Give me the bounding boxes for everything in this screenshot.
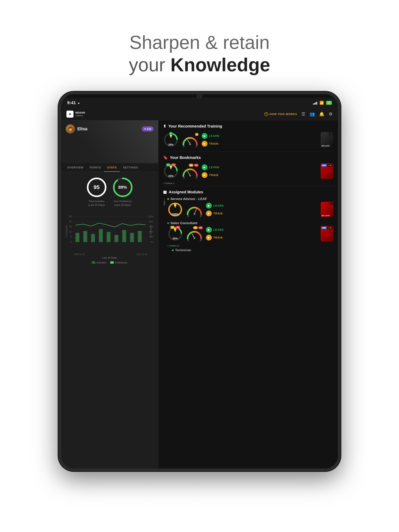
- total-activities-gauge: 95: [86, 177, 107, 198]
- chevron-left-icon: ‹: [164, 197, 165, 201]
- svg-text:6: 6: [70, 235, 72, 238]
- nav-tabs: Overview Points Stats Settings: [61, 163, 158, 172]
- leaf-train-gauge: @ @: [186, 202, 203, 217]
- chart-legend: Activities Proficiency: [64, 261, 155, 264]
- svg-point-45: [189, 175, 191, 177]
- header-line2-bold: Knowledge: [170, 54, 270, 75]
- badge-learn-count: 5: [169, 132, 173, 135]
- bookmark-icon: 🔖: [163, 155, 168, 160]
- menu-icon[interactable]: ☰: [301, 112, 305, 117]
- tab-stats[interactable]: Stats: [104, 163, 120, 172]
- svg-text:@: @: [200, 215, 202, 217]
- right-panel[interactable]: ⬆ Your Recommended Training 💡: [158, 120, 338, 469]
- tab-overview[interactable]: Overview: [64, 163, 86, 172]
- legend-activities-label: Activities: [97, 261, 106, 264]
- bulb-icon-leaf: 💡: [173, 204, 177, 208]
- legend-proficiency-dot: [110, 261, 114, 264]
- chart-svg: 30 24 18 12 6 0 100% 80% 60% 40%: [64, 213, 155, 252]
- bookmark-thumb: New ○1 ♥1: [321, 163, 333, 179]
- leaf-thumb: ○ ZE1 LEAF: [321, 202, 333, 217]
- tablet-frame: 9:41 ▲ 📶 ⚡ a: [58, 92, 341, 471]
- wifi-icon: 📶: [320, 101, 324, 105]
- sales-actions: ▶ LEARN ▶ TRAIN: [206, 227, 318, 241]
- svg-text:@: @: [183, 177, 185, 179]
- svg-point-59: [194, 237, 195, 239]
- recommended-learn-gauge: 💡 25% 5: [163, 132, 179, 148]
- leaf-train-label: TRAIN: [213, 212, 223, 215]
- avatar: 👩: [66, 124, 75, 133]
- svg-rect-24: [91, 234, 95, 242]
- bookmark-train-gauge: @ @ ♥1 ♥1: [181, 163, 199, 179]
- sales-train-btn[interactable]: ▶ TRAIN: [206, 235, 318, 241]
- nav-arrow-icon: ▲: [77, 101, 80, 104]
- hide-label: Hide: [163, 201, 166, 205]
- sales-badge-2: ♥2: [175, 226, 180, 229]
- proficiency-stat: 89% Your Proficiency(Last 30 Days): [112, 177, 134, 207]
- time-display: 9:41: [67, 100, 76, 105]
- chart-area: 30 24 18 12 6 0 100% 80% 60% 40%: [61, 211, 158, 469]
- profile-header: 👩 Elisa ♥ 123: [61, 120, 158, 136]
- brand-name: NISSAN: [75, 111, 85, 114]
- svg-text:@: @: [189, 142, 191, 144]
- svg-rect-30: [138, 231, 142, 242]
- page-wrapper: Sharpen & retain your Knowledge 9:41 ▲: [58, 0, 341, 471]
- learn-label: LEARN: [209, 134, 219, 138]
- svg-text:18: 18: [69, 225, 72, 228]
- sales-items: 💡 25% ♥4 ♥2: [167, 225, 333, 244]
- hide-control[interactable]: ‹ Hide: [163, 197, 167, 205]
- bm-train-play: ▶: [202, 172, 207, 178]
- thumb-bm-badge: ○1 ♥1: [327, 164, 333, 166]
- tab-points[interactable]: Points: [86, 163, 104, 172]
- recommended-train-btn[interactable]: ▶ TRAIN: [202, 141, 318, 147]
- svg-text:@: @: [187, 215, 189, 217]
- logo-box: a: [66, 111, 73, 118]
- sales-learn-label: LEARN: [213, 228, 224, 231]
- header-line2-prefix: your: [129, 54, 170, 75]
- proficiency-gauge: 89%: [112, 177, 134, 198]
- sales-thumb-new: New: [322, 227, 327, 229]
- signal-bars-icon: [313, 101, 317, 105]
- bookmark-content-label: Content Li: [163, 182, 333, 184]
- tablet-camera: [197, 93, 202, 99]
- assigned-title: ▦ Assigned Modules: [163, 190, 333, 194]
- svg-text:@: @: [195, 145, 197, 147]
- modules-icon: ▦: [163, 190, 167, 194]
- sales-learn-btn[interactable]: ▶ LEARN: [206, 227, 318, 233]
- how-it-works-label: How This Works: [270, 113, 297, 116]
- leaf-learn-btn[interactable]: ▶ LEARN: [206, 203, 318, 209]
- bm-learn-play: ▶: [202, 164, 207, 170]
- team-icon[interactable]: 👥: [309, 112, 315, 117]
- bookmark-learn-btn[interactable]: ▶ LEARN: [202, 164, 318, 170]
- svg-point-37: [189, 144, 191, 145]
- sub-section-leaf: Service Advisor - LEAF: [167, 197, 333, 201]
- recommended-learn-btn[interactable]: ▶ LEARN: [202, 133, 318, 139]
- leaf-learn-label: LEARN: [213, 204, 224, 207]
- bookmark-train-btn[interactable]: ▶ TRAIN: [202, 172, 318, 178]
- speed-badge: 5: [195, 133, 199, 136]
- tab-settings[interactable]: Settings: [120, 163, 141, 172]
- signal-bar-2: [314, 103, 315, 105]
- chart-date-start: 2020-12-06: [74, 253, 85, 255]
- bell-icon[interactable]: 🔔: [319, 112, 324, 117]
- sales-learn-play: ▶: [206, 227, 212, 233]
- leaf-train-btn[interactable]: ▶ TRAIN: [206, 210, 318, 216]
- gauge-learn-pct: 25%: [168, 143, 174, 146]
- upload-icon: ⬆: [163, 124, 166, 128]
- sales-train-label: TRAIN: [213, 236, 223, 239]
- bookmark-items: 💡 25% ♥1 ♥1: [163, 163, 333, 181]
- svg-text:@: @: [200, 239, 202, 241]
- tablet-top-bar: [61, 94, 338, 98]
- status-bar: 9:41 ▲ 📶 ⚡: [61, 98, 338, 108]
- assigned-modules-list: Service Advisor - LEAF: [167, 197, 333, 253]
- dot-sales: [167, 222, 169, 224]
- sales-thumb-badge: ○1 ♥1: [327, 227, 333, 229]
- how-it-works-link[interactable]: ? How This Works: [264, 112, 297, 116]
- legend-proficiency: Proficiency: [110, 261, 127, 264]
- legend-activities: Activities: [92, 261, 106, 264]
- signal-bar-1: [313, 104, 314, 105]
- settings-icon[interactable]: ⚙: [329, 112, 333, 117]
- question-icon: ?: [264, 112, 268, 116]
- bm-learn-label: LEARN: [209, 166, 219, 169]
- svg-line-51: [194, 209, 196, 214]
- recommended-actions: ▶ LEARN ▶ TRAIN: [202, 133, 318, 147]
